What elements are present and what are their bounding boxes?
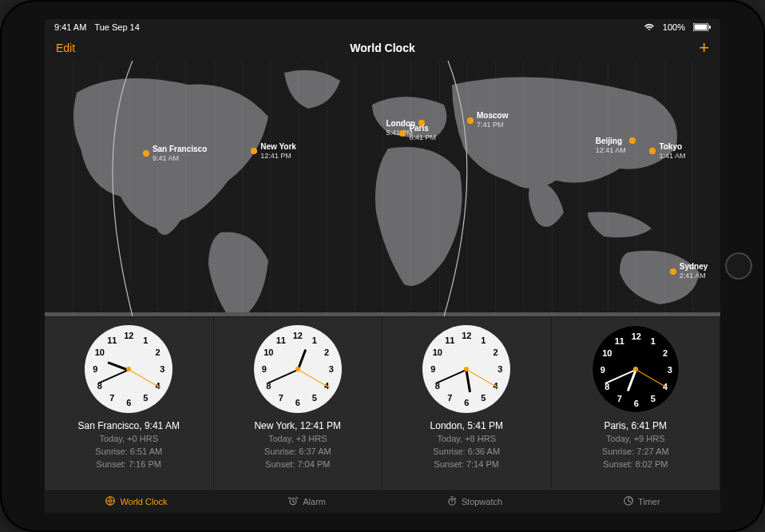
clock-sunrise: Sunrise: 6:51 AM <box>78 445 180 458</box>
clock-strip[interactable]: 123456789101112San Francisco, 9:41 AMTod… <box>45 317 720 489</box>
map-pin-time: 12:41 AM <box>596 146 626 154</box>
map-pin-new-york[interactable]: New York12:41 PM <box>251 142 296 161</box>
battery-icon <box>693 23 711 31</box>
battery-percent: 100% <box>663 22 685 32</box>
map-pin-time: 6:41 PM <box>409 133 436 141</box>
tab-bar: World ClockAlarmStopwatchTimer <box>45 489 720 513</box>
map-pin-tokyo[interactable]: Tokyo1:41 AM <box>649 142 685 161</box>
tab-alarm[interactable]: Alarm <box>287 495 326 508</box>
timer-icon <box>623 495 634 508</box>
map-pin-time: 2:41 AM <box>680 272 706 280</box>
clock-city: Paris <box>604 420 625 431</box>
screen: 9:41 AM Tue Sep 14 100% Edit World Clock… <box>45 19 720 513</box>
analog-clock: 123456789101112 <box>85 325 172 413</box>
clock-city: London <box>430 420 462 431</box>
clock-sunset: Sunset: 8:02 PM <box>602 458 669 470</box>
map-pin-name: Tokyo <box>659 142 682 151</box>
clock-offset: Today, +0 HRS <box>78 432 180 445</box>
map-pin-beijing[interactable]: Beijing12:41 AM <box>596 137 636 155</box>
tab-label: Stopwatch <box>462 497 502 506</box>
map-pin-name: Sydney <box>680 262 708 271</box>
clock-offset: Today, +8 HRS <box>430 432 503 445</box>
svg-rect-2 <box>709 26 711 29</box>
tab-timer[interactable]: Timer <box>623 495 660 508</box>
clock-sunset: Sunset: 7:04 PM <box>254 458 341 470</box>
map-pin-time: 9:41 AM <box>153 154 179 162</box>
clock-sunset: Sunset: 7:16 PM <box>78 458 180 470</box>
clock-time: 6:41 PM <box>631 420 667 431</box>
map-pin-dot <box>670 268 676 275</box>
analog-clock: 123456789101112 <box>254 325 342 413</box>
tab-stopwatch[interactable]: Stopwatch <box>446 495 502 508</box>
clock-info: New York, 12:41 PMToday, +3 HRSSunrise: … <box>254 419 341 470</box>
clock-card-new-york[interactable]: 123456789101112New York, 12:41 PMToday, … <box>214 317 383 489</box>
status-date: Tue Sep 14 <box>94 22 139 32</box>
clock-card-london[interactable]: 123456789101112London, 5:41 PMToday, +8 … <box>382 317 552 489</box>
map-pin-dot <box>467 117 474 124</box>
world-map-landmass <box>45 61 720 316</box>
clock-city: New York <box>254 420 295 431</box>
alarm-icon <box>287 495 299 508</box>
stopwatch-icon <box>446 495 458 508</box>
clock-time: 9:41 AM <box>145 420 180 431</box>
world-map[interactable]: San Francisco9:41 AMNew York12:41 PMLond… <box>45 61 720 316</box>
map-pin-dot <box>649 148 656 154</box>
clock-sunset: Sunset: 7:14 PM <box>430 458 503 470</box>
map-pin-name: Beijing <box>596 137 622 145</box>
clock-offset: Today, +9 HRS <box>602 432 669 445</box>
clock-offset: Today, +3 HRS <box>254 432 341 445</box>
analog-clock: 123456789101112 <box>592 325 680 413</box>
status-time: 9:41 AM <box>54 22 86 32</box>
clock-sunrise: Sunrise: 6:36 AM <box>430 445 503 458</box>
map-pin-dot <box>143 150 149 157</box>
clock-sunrise: Sunrise: 7:27 AM <box>602 445 669 458</box>
map-pin-paris[interactable]: Paris6:41 PM <box>399 124 436 142</box>
clock-card-paris[interactable]: 123456789101112Paris, 6:41 PMToday, +9 H… <box>552 317 721 489</box>
clock-city: San Francisco <box>78 420 140 431</box>
clock-info: Paris, 6:41 PMToday, +9 HRSSunrise: 7:27… <box>602 419 669 470</box>
nav-bar: Edit World Clock + <box>45 35 720 61</box>
page-title: World Clock <box>350 42 414 54</box>
map-pin-name: Paris <box>409 124 428 133</box>
svg-rect-1 <box>695 25 708 30</box>
world-clock-icon <box>105 495 116 508</box>
home-button[interactable] <box>725 252 752 280</box>
status-bar: 9:41 AM Tue Sep 14 100% <box>45 19 720 35</box>
tab-label: Alarm <box>303 497 326 506</box>
map-pin-time: 12:41 PM <box>260 152 291 160</box>
map-pin-name: New York <box>260 142 296 151</box>
tab-world-clock[interactable]: World Clock <box>105 495 167 508</box>
clock-sunrise: Sunrise: 6:37 AM <box>254 445 341 458</box>
map-pin-moscow[interactable]: Moscow7:41 PM <box>467 111 508 129</box>
clock-time: 12:41 PM <box>300 420 341 431</box>
map-pin-time: 1:41 AM <box>659 152 685 160</box>
ipad-device-frame: 9:41 AM Tue Sep 14 100% Edit World Clock… <box>0 0 765 532</box>
map-pin-dot <box>399 130 406 137</box>
analog-clock: 123456789101112 <box>422 325 510 413</box>
map-pin-dot <box>251 148 257 154</box>
map-pin-dot <box>629 137 636 144</box>
clock-info: San Francisco, 9:41 AMToday, +0 HRSSunri… <box>78 419 180 470</box>
clock-card-san-francisco[interactable]: 123456789101112San Francisco, 9:41 AMTod… <box>45 317 214 489</box>
map-pin-san-francisco[interactable]: San Francisco9:41 AM <box>143 145 207 163</box>
tab-label: Timer <box>638 497 660 506</box>
wifi-icon <box>644 23 655 31</box>
clock-info: London, 5:41 PMToday, +8 HRSSunrise: 6:3… <box>430 419 503 470</box>
edit-button[interactable]: Edit <box>56 42 75 54</box>
map-pin-sydney[interactable]: Sydney2:41 AM <box>670 262 708 280</box>
map-pin-time: 7:41 PM <box>477 121 504 129</box>
map-pin-name: San Francisco <box>153 145 207 153</box>
add-button[interactable]: + <box>699 39 709 57</box>
clock-time: 5:41 PM <box>467 420 503 431</box>
map-pin-name: Moscow <box>477 111 508 120</box>
tab-label: World Clock <box>120 497 167 506</box>
